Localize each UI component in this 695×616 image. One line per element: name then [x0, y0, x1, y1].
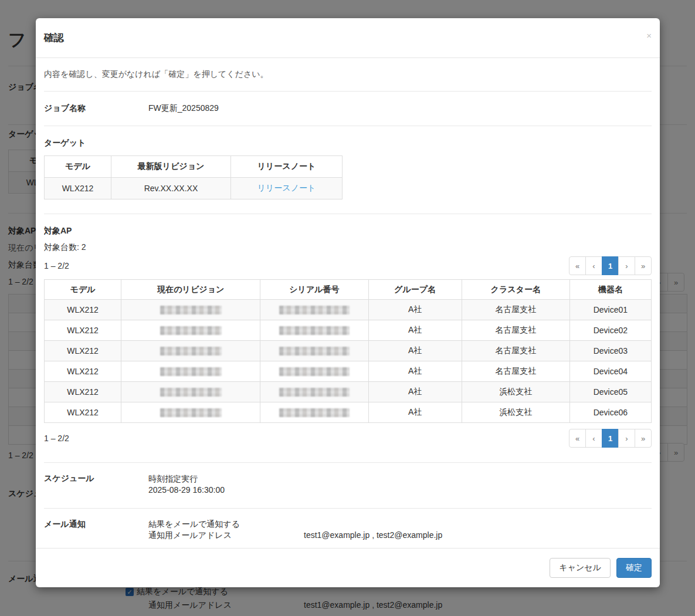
schedule-type: 時刻指定実行 [148, 473, 225, 485]
device-cluster: 浜松支社 [462, 382, 569, 402]
redacted-value [279, 367, 350, 376]
mail-address-label: 通知用メールアドレス [148, 530, 304, 541]
device-group: A社 [368, 382, 462, 402]
device-name: Device02 [569, 320, 651, 341]
device-current-revision [121, 402, 260, 423]
device-count: 対象台数: 2 [44, 242, 652, 253]
device-model: WLX212 [45, 341, 121, 361]
close-icon[interactable]: × [646, 31, 652, 40]
redacted-value [160, 326, 222, 335]
mail-values: 結果をメールで通知する 通知用メールアドレス test1@example.jp … [148, 519, 442, 548]
device-table-row: WLX212A社名古屋支社Device03 [45, 341, 652, 361]
mail-label: メール通知 [44, 519, 148, 548]
job-name-section: ジョブ名称 FW更新_20250829 [44, 92, 652, 126]
table-row: モデル 最新版リビジョン リリースノート [45, 156, 343, 178]
table-row: WLX212 Rev.XX.XX.XX リリースノート [45, 178, 343, 199]
redacted-value [160, 388, 222, 397]
job-name-label: ジョブ名称 [44, 103, 148, 126]
device-current-revision [121, 361, 260, 382]
redacted-value [279, 347, 350, 356]
device-group: A社 [368, 320, 462, 341]
target-label: ターゲット [44, 138, 148, 148]
device-cluster: 浜松支社 [462, 402, 569, 423]
device-table-row: WLX212A社浜松支社Device06 [45, 402, 652, 423]
job-name-value: FW更新_20250829 [148, 103, 219, 126]
device-header-name: 機器名 [569, 280, 651, 300]
pagination-next-icon[interactable]: › [618, 256, 635, 275]
redacted-value [279, 306, 350, 314]
device-name: Device05 [569, 382, 651, 402]
device-table-row: WLX212A社浜松支社Device05 [45, 382, 652, 402]
device-current-revision [121, 341, 260, 361]
target-header-release-note: リリースノート [231, 156, 343, 178]
device-cluster: 名古屋支社 [462, 320, 569, 341]
device-current-revision [121, 382, 260, 402]
pagination-bottom: «‹1›» [569, 429, 652, 448]
pagination-top: «‹1›» [569, 256, 652, 275]
device-model: WLX212 [45, 361, 121, 382]
device-group: A社 [368, 361, 462, 382]
target-revision: Rev.XX.XX.XX [111, 178, 231, 199]
confirm-dialog: 確認 × 内容を確認し、変更がなければ「確定」を押してください。 ジョブ名称 F… [36, 18, 660, 587]
device-serial [260, 341, 368, 361]
pagination-page-button[interactable]: 1 [602, 256, 619, 275]
redacted-value [160, 347, 222, 356]
device-group: A社 [368, 300, 462, 320]
device-model: WLX212 [45, 320, 121, 341]
device-serial [260, 300, 368, 320]
target-ap-section: 対象AP 対象台数: 2 1 – 2/2 «‹1›» モデル 現在のリビジョン … [44, 214, 652, 463]
dialog-footer: キャンセル 確定 [36, 548, 660, 587]
redacted-value [160, 367, 222, 376]
device-serial [260, 320, 368, 341]
schedule-section: スケジュール 時刻指定実行 2025-08-29 16:30:00 [44, 463, 652, 509]
schedule-label: スケジュール [44, 473, 148, 508]
dialog-header: 確認 × [36, 18, 660, 58]
schedule-values: 時刻指定実行 2025-08-29 16:30:00 [148, 473, 225, 508]
mail-addresses: test1@example.jp , test2@example.jp [304, 530, 442, 541]
redacted-value [160, 306, 222, 314]
device-name: Device01 [569, 300, 651, 320]
device-header-current-revision: 現在のリビジョン [121, 280, 260, 300]
device-serial [260, 361, 368, 382]
device-cluster: 名古屋支社 [462, 300, 569, 320]
page-range: 1 – 2/2 [44, 434, 69, 443]
target-table: モデル 最新版リビジョン リリースノート WLX212 Rev.XX.XX.XX… [44, 155, 343, 199]
device-header-cluster: クラスター名 [462, 280, 569, 300]
pagination-next-icon[interactable]: › [618, 429, 635, 448]
device-cluster: 名古屋支社 [462, 341, 569, 361]
pagination-first-icon[interactable]: « [569, 429, 586, 448]
pagination-page-button[interactable]: 1 [602, 429, 619, 448]
mail-notify-text: 結果をメールで通知する [148, 519, 442, 530]
device-cluster: 名古屋支社 [462, 361, 569, 382]
pagination-row-top: 1 – 2/2 «‹1›» [44, 256, 652, 275]
device-name: Device06 [569, 402, 651, 423]
pagination-last-icon[interactable]: » [635, 256, 652, 275]
mail-section: メール通知 結果をメールで通知する 通知用メールアドレス test1@examp… [44, 509, 652, 548]
intro-section: 内容を確認し、変更がなければ「確定」を押してください。 [44, 58, 652, 92]
device-header-model: モデル [45, 280, 121, 300]
target-release-note-cell: リリースノート [231, 178, 343, 199]
device-serial [260, 382, 368, 402]
cancel-button[interactable]: キャンセル [550, 558, 611, 578]
device-model: WLX212 [45, 300, 121, 320]
device-table-row: WLX212A社名古屋支社Device01 [45, 300, 652, 320]
device-current-revision [121, 320, 260, 341]
pagination-prev-icon[interactable]: ‹ [585, 429, 602, 448]
target-model: WLX212 [45, 178, 111, 199]
target-header-revision: 最新版リビジョン [111, 156, 231, 178]
device-name: Device03 [569, 341, 651, 361]
device-header-serial: シリアル番号 [260, 280, 368, 300]
device-table-row: WLX212A社名古屋支社Device04 [45, 361, 652, 382]
pagination-last-icon[interactable]: » [635, 429, 652, 448]
device-table: モデル 現在のリビジョン シリアル番号 グループ名 クラスター名 機器名 WLX… [44, 279, 652, 423]
table-row: モデル 現在のリビジョン シリアル番号 グループ名 クラスター名 機器名 [45, 280, 652, 300]
pagination-prev-icon[interactable]: ‹ [585, 256, 602, 275]
target-header-model: モデル [45, 156, 111, 178]
device-model: WLX212 [45, 382, 121, 402]
device-model: WLX212 [45, 402, 121, 423]
target-section: ターゲット モデル 最新版リビジョン リリースノート WLX212 Rev.XX… [44, 126, 652, 214]
device-table-row: WLX212A社名古屋支社Device02 [45, 320, 652, 341]
confirm-button[interactable]: 確定 [616, 558, 652, 578]
release-note-link[interactable]: リリースノート [257, 183, 316, 192]
pagination-first-icon[interactable]: « [569, 256, 586, 275]
